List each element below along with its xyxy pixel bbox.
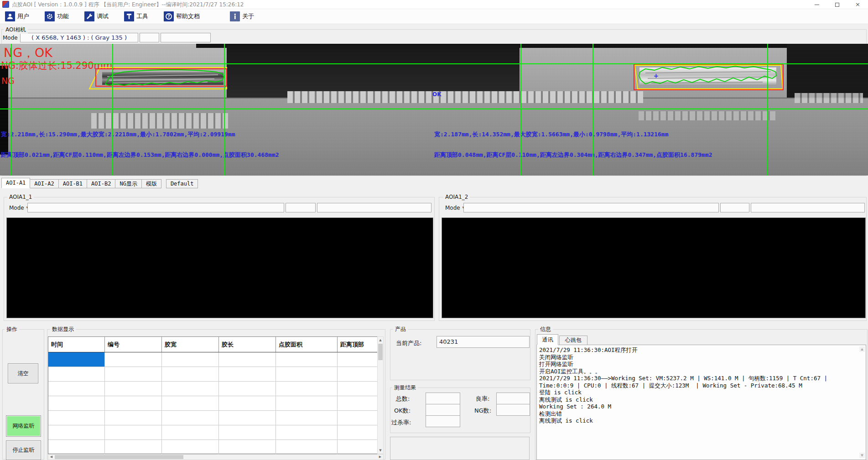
column-header[interactable]: 时间 — [48, 337, 105, 352]
table-row[interactable] — [48, 440, 377, 455]
total-field[interactable] — [426, 393, 460, 404]
table-row[interactable] — [48, 396, 377, 411]
table-cell[interactable] — [162, 425, 219, 439]
camera-field-2[interactable] — [140, 33, 159, 42]
table-cell[interactable] — [338, 352, 377, 367]
table-vscrollbar[interactable]: ▲ ▼ — [377, 336, 384, 454]
table-row[interactable] — [48, 425, 377, 440]
camera-viewport[interactable]: NG，OK NG:胶体过长:15.290mm, NG OK 宽:2.218mm,… — [0, 44, 868, 176]
table-cell[interactable] — [219, 396, 276, 410]
table-cell[interactable] — [162, 411, 219, 425]
scroll-down-icon[interactable]: ▼ — [859, 453, 865, 458]
table-row[interactable] — [48, 352, 377, 367]
network-listen-button[interactable]: 网络监听 — [6, 415, 41, 437]
scroll-down-icon[interactable]: ▼ — [378, 447, 383, 454]
table-hscrollbar[interactable]: ◀ ▶ — [48, 454, 384, 460]
minimize-button[interactable] — [806, 0, 827, 9]
tab-aoi-a1[interactable]: AOI-A1 — [1, 178, 30, 188]
panel-right-field-1[interactable] — [463, 203, 719, 212]
table-cell[interactable] — [105, 411, 162, 425]
toolbar-item-user[interactable]: 用户 — [4, 10, 31, 23]
tab-default[interactable]: Default — [166, 179, 198, 188]
column-header[interactable]: 胶宽 — [162, 337, 219, 352]
table-cell[interactable] — [219, 352, 276, 367]
ok-count-field[interactable] — [426, 404, 460, 416]
hscroll-thumb[interactable] — [55, 455, 183, 459]
clear-button[interactable]: 清空 — [8, 363, 38, 383]
column-header[interactable]: 编号 — [105, 337, 162, 352]
table-cell[interactable] — [48, 411, 105, 425]
close-button[interactable]: × — [847, 0, 868, 9]
toolbar-item-help[interactable]: ? 帮助文档 — [162, 10, 201, 23]
table-cell[interactable] — [105, 440, 162, 454]
table-cell[interactable] — [338, 367, 377, 381]
tab-aoi-b1[interactable]: AOI-B1 — [58, 179, 87, 188]
panel-left-field-2[interactable] — [286, 203, 316, 212]
panel-right-mode-dropdown[interactable]: Mode▼ — [445, 203, 465, 212]
table-cell[interactable] — [105, 382, 162, 396]
table-cell[interactable] — [276, 440, 338, 454]
table-cell[interactable] — [48, 352, 105, 367]
table-cell[interactable] — [162, 382, 219, 396]
table-cell[interactable] — [162, 396, 219, 410]
table-cell[interactable] — [48, 425, 105, 439]
panel-left-field-3[interactable] — [317, 203, 431, 212]
table-cell[interactable] — [48, 367, 105, 381]
table-cell[interactable] — [162, 367, 219, 381]
tab-comm[interactable]: 通讯 — [537, 334, 558, 345]
table-cell[interactable] — [276, 425, 338, 439]
camera-field-3[interactable] — [161, 33, 211, 42]
table-row[interactable] — [48, 367, 377, 382]
tab-aoi-b2[interactable]: AOI-B2 — [87, 179, 115, 188]
vscroll-thumb[interactable] — [378, 344, 383, 360]
table-cell[interactable] — [48, 440, 105, 454]
table-cell[interactable] — [276, 352, 338, 367]
toolbar-item-about[interactable]: 关于 — [229, 10, 255, 23]
table-cell[interactable] — [162, 440, 219, 454]
table-cell[interactable] — [105, 425, 162, 439]
table-cell[interactable] — [338, 396, 377, 410]
current-product-field[interactable]: 40231 — [437, 336, 530, 348]
table-cell[interactable] — [48, 382, 105, 396]
table-cell[interactable] — [338, 382, 377, 396]
panel-right-field-2[interactable] — [720, 203, 749, 212]
tab-aoi-a2[interactable]: AOI-A2 — [30, 179, 58, 188]
table-row[interactable] — [48, 411, 377, 425]
scroll-up-icon[interactable]: ▲ — [859, 346, 865, 352]
scroll-left-icon[interactable]: ◀ — [48, 455, 54, 460]
comm-log-box[interactable]: 2021/7/29 11:36:30:AOI程序打开 关闭网络监听 打开网络监听… — [536, 345, 866, 460]
column-header[interactable]: 距离顶部 — [338, 337, 377, 352]
table-cell[interactable] — [338, 440, 377, 454]
panel-right-field-3[interactable] — [751, 203, 865, 212]
table-cell[interactable] — [219, 382, 276, 396]
panel-left-field-1[interactable] — [27, 203, 284, 212]
toolbar-item-tools[interactable]: 工具 — [123, 10, 150, 23]
tab-template[interactable]: 模版 — [141, 179, 161, 188]
table-cell[interactable] — [338, 425, 377, 439]
panel-left-image-view[interactable] — [6, 217, 433, 318]
table-cell[interactable] — [338, 411, 377, 425]
column-header[interactable]: 胶长 — [219, 337, 276, 352]
table-cell[interactable] — [48, 396, 105, 410]
table-cell[interactable] — [105, 367, 162, 381]
stop-listen-button[interactable]: 停止监听 — [6, 440, 41, 460]
panel-right-image-view[interactable] — [442, 217, 866, 318]
table-row[interactable] — [48, 382, 377, 396]
table-cell[interactable] — [162, 352, 219, 367]
tab-ng-display[interactable]: NG显示 — [115, 179, 141, 188]
table-cell[interactable] — [276, 411, 338, 425]
table-cell[interactable] — [105, 352, 162, 367]
table-cell[interactable] — [219, 367, 276, 381]
scroll-right-icon[interactable]: ▶ — [377, 455, 383, 460]
table-cell[interactable] — [276, 367, 338, 381]
overkill-field[interactable] — [426, 415, 460, 427]
scroll-up-icon[interactable]: ▲ — [378, 337, 383, 343]
table-cell[interactable] — [219, 411, 276, 425]
yield-field[interactable] — [496, 393, 530, 404]
panel-left-mode-dropdown[interactable]: Mode▼ — [9, 203, 29, 212]
maximize-button[interactable] — [827, 0, 847, 9]
ng-count-field[interactable] — [496, 404, 530, 416]
table-cell[interactable] — [219, 440, 276, 454]
table-cell[interactable] — [105, 396, 162, 410]
column-header[interactable]: 点胶面积 — [276, 337, 338, 352]
